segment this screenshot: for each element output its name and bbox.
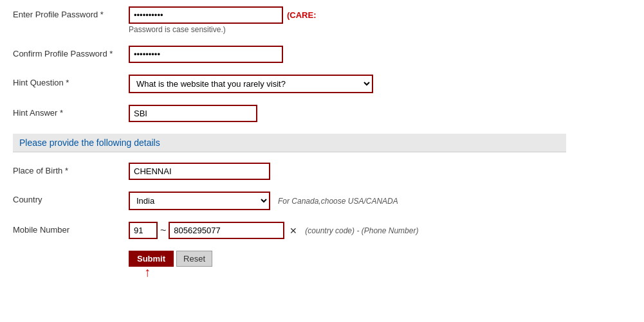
- section-header-text: Please provide the following details: [19, 138, 160, 148]
- country-code-input[interactable]: [129, 222, 158, 239]
- country-input-row: India USA/CANADA UK Australia Other For …: [129, 192, 566, 210]
- mobile-input-row: ~ ✕ (country code) - (Phone Number): [129, 222, 566, 239]
- mobile-number-label: Mobile Number: [13, 222, 129, 236]
- hint-question-label: Hint Question *: [13, 75, 129, 89]
- place-of-birth-row: Place of Birth *: [13, 163, 566, 180]
- password-note: Password is case sensitive.): [129, 25, 566, 34]
- enter-profile-password-input-row: (CARE:: [129, 6, 566, 24]
- hint-answer-label: Hint Answer *: [13, 105, 129, 119]
- arrow-icon: ↑: [144, 265, 151, 280]
- form-container: Enter Profile Password * (CARE: Password…: [0, 0, 579, 273]
- hint-answer-control-area: [129, 105, 566, 122]
- mobile-number-control-area: ~ ✕ (country code) - (Phone Number): [129, 222, 566, 239]
- button-row: Submit Reset ↑: [129, 251, 566, 267]
- mobile-number-row: Mobile Number ~ ✕ (country code) - (Phon…: [13, 222, 566, 239]
- enter-profile-password-label: Enter Profile Password *: [13, 6, 129, 21]
- place-of-birth-control-area: [129, 163, 566, 180]
- mobile-clear-button[interactable]: ✕: [287, 224, 300, 237]
- hint-question-select[interactable]: What is the website that you rarely visi…: [129, 75, 373, 93]
- country-select[interactable]: India USA/CANADA UK Australia Other: [129, 192, 270, 210]
- hint-question-control-area: What is the website that you rarely visi…: [129, 75, 566, 93]
- confirm-profile-password-label: Confirm Profile Password *: [13, 46, 129, 60]
- country-label: Country: [13, 192, 129, 206]
- mobile-note: (country code) - (Phone Number): [305, 226, 418, 235]
- mobile-separator: ~: [160, 225, 166, 237]
- care-link[interactable]: (CARE:: [287, 10, 317, 20]
- submit-button[interactable]: Submit: [129, 251, 174, 267]
- enter-profile-password-control-area: (CARE: Password is case sensitive.): [129, 6, 566, 34]
- country-note: For Canada,choose USA/CANADA: [278, 197, 398, 206]
- section-header: Please provide the following details: [13, 134, 566, 152]
- country-row: Country India USA/CANADA UK Australia Ot…: [13, 192, 566, 210]
- country-control-area: India USA/CANADA UK Australia Other For …: [129, 192, 566, 210]
- reset-button[interactable]: Reset: [176, 251, 212, 267]
- enter-profile-password-row: Enter Profile Password * (CARE: Password…: [13, 6, 566, 34]
- enter-profile-password-input[interactable]: [129, 6, 283, 24]
- confirm-profile-password-control-area: [129, 46, 566, 63]
- confirm-profile-password-input[interactable]: [129, 46, 283, 63]
- hint-question-row: Hint Question * What is the website that…: [13, 75, 566, 93]
- confirm-profile-password-row: Confirm Profile Password *: [13, 46, 566, 63]
- place-of-birth-input[interactable]: [129, 163, 270, 180]
- hint-answer-input[interactable]: [129, 105, 257, 122]
- mobile-number-input[interactable]: [169, 222, 284, 239]
- place-of-birth-label: Place of Birth *: [13, 163, 129, 177]
- hint-answer-row: Hint Answer *: [13, 105, 566, 122]
